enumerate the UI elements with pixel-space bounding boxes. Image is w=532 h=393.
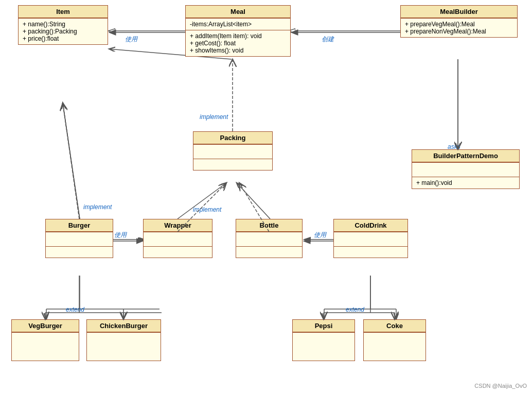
builderpattern-class-body1: [412, 162, 519, 177]
vegburger-class-header: VegBurger: [12, 320, 79, 332]
wrapper-class-body1: [144, 232, 212, 246]
watermark: CSDN @Naijia_OvO: [474, 383, 527, 389]
arrows-svg: [0, 0, 532, 393]
builderpattern-class: BuilderPatternDemo + main():void: [412, 149, 520, 189]
item-class-body: + name():String + packing():Packing + pr…: [19, 18, 108, 44]
mealbuilder-class: MealBuilder + prepareVegMeal():Meal + pr…: [400, 5, 518, 38]
svg-line-4: [237, 183, 270, 219]
colddrink-class-body2: [334, 246, 407, 258]
main-arrows: [0, 0, 532, 393]
svg-line-15: [63, 103, 80, 219]
colddrink-class-header: ColdDrink: [334, 219, 407, 232]
packing-class-header: Packing: [193, 132, 272, 144]
label-uses3: 使用: [314, 231, 326, 240]
burger-class-header: Burger: [46, 219, 113, 232]
meal-class-header: Meal: [186, 6, 290, 18]
label-extend2: extend: [346, 306, 364, 313]
coke-class: Coke: [363, 319, 426, 361]
wrapper-class-header: Wrapper: [144, 219, 212, 232]
burger-class-body1: [46, 232, 113, 246]
builderpattern-class-header: BuilderPatternDemo: [412, 150, 519, 162]
colddrink-class-body1: [334, 232, 407, 246]
packing-class: Packing: [193, 131, 273, 170]
burger-class: Burger: [45, 219, 113, 258]
label-implement3: implement: [193, 206, 221, 213]
coke-class-header: Coke: [364, 320, 425, 332]
pepsi-class: Pepsi: [292, 319, 355, 361]
svg-line-24: [63, 103, 79, 219]
burger-class-body2: [46, 246, 113, 258]
colddrink-class: ColdDrink: [333, 219, 408, 258]
pepsi-class-body: [293, 332, 354, 361]
item-class: Item + name():String + packing():Packing…: [18, 5, 108, 45]
label-uses1: 使用: [125, 35, 137, 44]
item-class-header: Item: [19, 6, 108, 18]
meal-class-attrs: -items:ArrayList<item>: [186, 18, 290, 30]
label-implement2: implement: [83, 203, 112, 211]
label-asks: asks: [448, 143, 460, 150]
wrapper-class: Wrapper: [143, 219, 212, 258]
vegburger-class: VegBurger: [11, 319, 79, 361]
bottle-class: Bottle: [236, 219, 303, 258]
meal-class: Meal -items:ArrayList<item> + addItem(It…: [185, 5, 291, 57]
label-creates: 创建: [322, 35, 334, 44]
diagram-container: Item + name():String + packing():Packing…: [0, 0, 532, 393]
packing-class-body1: [193, 144, 272, 159]
mealbuilder-class-header: MealBuilder: [401, 6, 517, 18]
pepsi-class-header: Pepsi: [293, 320, 354, 332]
bottle-class-body1: [236, 232, 302, 246]
label-implement1: implement: [200, 113, 228, 121]
svg-line-2: [63, 103, 80, 219]
chickenburger-class: ChickenBurger: [86, 319, 161, 361]
vegburger-class-body: [12, 332, 79, 361]
packing-class-body2: [193, 159, 272, 170]
chickenburger-class-body: [87, 332, 161, 361]
bottle-class-header: Bottle: [236, 219, 302, 232]
builderpattern-class-body2: + main():void: [412, 177, 519, 189]
label-extend1: extend: [66, 306, 84, 313]
mealbuilder-class-body: + prepareVegMeal():Meal + prepareNonVegM…: [401, 18, 517, 37]
bottle-class-body2: [236, 246, 302, 258]
coke-class-body: [364, 332, 425, 361]
label-uses2: 使用: [114, 231, 127, 240]
svg-line-3: [178, 183, 226, 219]
chickenburger-class-header: ChickenBurger: [87, 320, 161, 332]
meal-class-methods: + addItem(Item item): void + getCost(): …: [186, 30, 290, 56]
wrapper-class-body2: [144, 246, 212, 258]
